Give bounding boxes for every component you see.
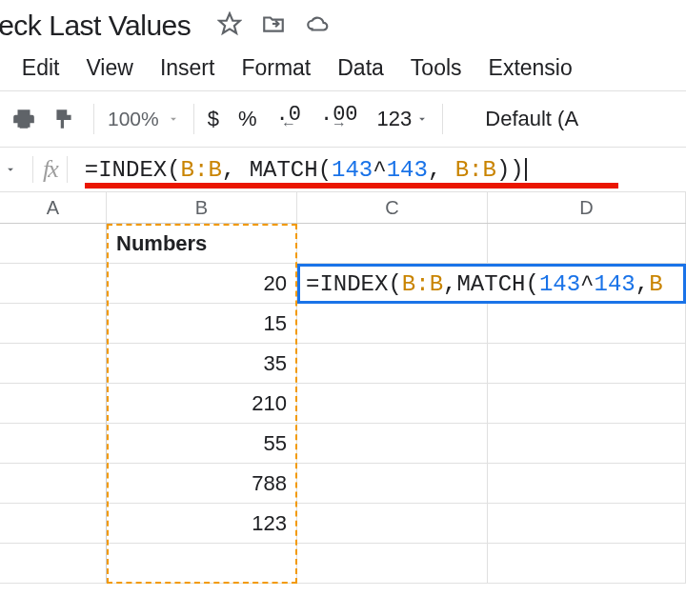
red-underline-annotation — [85, 183, 618, 189]
column-header-c[interactable]: C — [297, 192, 488, 223]
menu-extensions[interactable]: Extensio — [489, 55, 573, 81]
column-headers: A B C D — [0, 192, 686, 224]
cell[interactable] — [488, 384, 686, 424]
cell[interactable] — [488, 504, 686, 544]
text-caret — [525, 158, 527, 181]
cell[interactable] — [297, 384, 488, 424]
column-header-a[interactable]: A — [0, 192, 107, 223]
cell-b8[interactable]: 123 — [107, 504, 297, 544]
cell[interactable] — [107, 544, 297, 584]
cell[interactable] — [0, 504, 107, 544]
chevron-down-icon — [167, 112, 180, 126]
increase-decimal-button[interactable]: .00 → — [320, 108, 358, 131]
cell[interactable] — [0, 384, 107, 424]
cell[interactable] — [297, 304, 488, 344]
menu-tools[interactable]: Tools — [411, 55, 462, 81]
title-bar: neck Last Values — [0, 0, 686, 48]
toolbar: 100% $ % .0 ← .00 → 123 Default (A — [0, 91, 686, 147]
cell[interactable] — [297, 424, 488, 464]
menu-format[interactable]: Format — [241, 55, 311, 81]
spreadsheet-grid[interactable]: A B C D Numbers 20 15 35 210 55 — [0, 192, 686, 584]
cell-b6[interactable]: 55 — [107, 424, 297, 464]
cell-b5[interactable]: 210 — [107, 384, 297, 424]
cell[interactable] — [0, 464, 107, 504]
cell-b1[interactable]: Numbers — [107, 224, 297, 264]
formula-input[interactable]: =INDEX(B:B, MATCH(143^143, B:B)) — [85, 157, 527, 183]
cell[interactable] — [488, 464, 686, 504]
title-icon-group — [217, 11, 330, 40]
cell-b2[interactable]: 20 — [107, 264, 297, 304]
cell[interactable] — [488, 344, 686, 384]
chevron-down-icon — [415, 112, 429, 126]
fx-icon: fx — [43, 155, 57, 184]
cell[interactable] — [488, 424, 686, 464]
active-cell-c2[interactable]: =INDEX(B:B, MATCH(143^143, B — [297, 264, 686, 304]
zoom-value: 100% — [108, 108, 159, 130]
cell[interactable] — [0, 224, 107, 264]
arrow-left-icon: ← — [284, 120, 293, 130]
cell[interactable] — [0, 304, 107, 344]
menu-bar: e Edit View Insert Format Data Tools Ext… — [0, 48, 686, 90]
formula-bar: fx =INDEX(B:B, MATCH(143^143, B:B)) — [0, 147, 686, 192]
cell[interactable] — [0, 424, 107, 464]
cell-b3[interactable]: 15 — [107, 304, 297, 344]
cell[interactable] — [0, 344, 107, 384]
menu-edit[interactable]: Edit — [22, 55, 60, 81]
print-icon[interactable] — [8, 103, 40, 135]
decrease-decimal-button[interactable]: .0 ← — [276, 108, 301, 131]
chevron-down-icon — [4, 163, 17, 176]
cell[interactable] — [0, 264, 107, 304]
cell[interactable] — [488, 304, 686, 344]
format-percent-button[interactable]: % — [238, 107, 257, 131]
svg-marker-0 — [219, 13, 240, 33]
format-currency-button[interactable]: $ — [208, 107, 219, 131]
column-header-d[interactable]: D — [488, 192, 686, 223]
cell[interactable] — [488, 224, 686, 264]
arrow-right-icon: → — [334, 120, 344, 130]
cell-b7[interactable]: 788 — [107, 464, 297, 504]
document-title[interactable]: neck Last Values — [0, 10, 191, 42]
menu-view[interactable]: View — [86, 55, 132, 81]
star-icon[interactable] — [217, 11, 242, 40]
cell[interactable] — [488, 544, 686, 584]
paint-format-icon[interactable] — [48, 103, 80, 135]
font-selector[interactable]: Default (A — [485, 107, 578, 131]
cell-b4[interactable]: 35 — [107, 344, 297, 384]
cloud-status-icon[interactable] — [305, 11, 330, 40]
menu-data[interactable]: Data — [337, 55, 384, 81]
more-formats-button[interactable]: 123 — [377, 107, 430, 131]
cell[interactable] — [297, 504, 488, 544]
menu-insert[interactable]: Insert — [160, 55, 215, 81]
zoom-selector[interactable]: 100% — [108, 108, 180, 130]
cell[interactable] — [0, 544, 107, 584]
cell[interactable] — [297, 224, 488, 264]
column-header-b[interactable]: B — [107, 192, 297, 223]
move-folder-icon[interactable] — [261, 11, 286, 40]
name-box-dropdown[interactable] — [0, 163, 23, 176]
cell[interactable] — [297, 544, 488, 584]
cell[interactable] — [297, 464, 488, 504]
cell[interactable] — [297, 344, 488, 384]
